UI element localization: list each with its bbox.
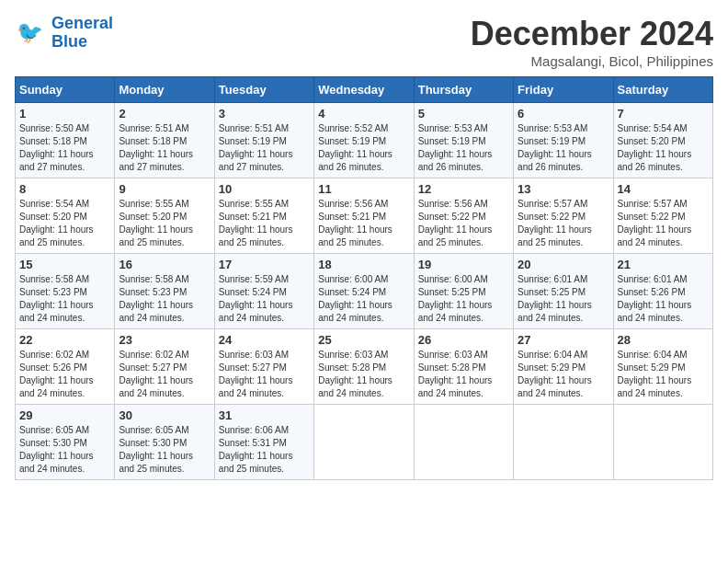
calendar-week-row: 8Sunrise: 5:54 AM Sunset: 5:20 PM Daylig… — [16, 178, 713, 254]
table-row — [613, 405, 712, 480]
table-row: 13Sunrise: 5:57 AM Sunset: 5:22 PM Dayli… — [514, 178, 613, 254]
table-row: 11Sunrise: 5:56 AM Sunset: 5:21 PM Dayli… — [314, 178, 414, 254]
day-number: 26 — [418, 333, 509, 347]
cell-content: Sunrise: 5:56 AM Sunset: 5:22 PM Dayligh… — [418, 198, 509, 249]
table-row: 30Sunrise: 6:05 AM Sunset: 5:30 PM Dayli… — [115, 405, 214, 480]
table-row: 24Sunrise: 6:03 AM Sunset: 5:27 PM Dayli… — [214, 329, 313, 405]
table-row: 19Sunrise: 6:00 AM Sunset: 5:25 PM Dayli… — [414, 254, 513, 329]
table-row: 26Sunrise: 6:03 AM Sunset: 5:28 PM Dayli… — [414, 329, 513, 405]
table-row: 7Sunrise: 5:54 AM Sunset: 5:20 PM Daylig… — [613, 103, 712, 178]
col-wednesday: Wednesday — [314, 77, 414, 103]
table-row: 22Sunrise: 6:02 AM Sunset: 5:26 PM Dayli… — [16, 329, 115, 405]
day-number: 24 — [219, 333, 310, 347]
col-saturday: Saturday — [613, 77, 712, 103]
month-title: December 2024 — [471, 15, 713, 53]
table-row: 18Sunrise: 6:00 AM Sunset: 5:24 PM Dayli… — [314, 254, 414, 329]
cell-content: Sunrise: 5:54 AM Sunset: 5:20 PM Dayligh… — [19, 198, 110, 249]
cell-content: Sunrise: 6:02 AM Sunset: 5:26 PM Dayligh… — [19, 349, 110, 400]
cell-content: Sunrise: 6:05 AM Sunset: 5:30 PM Dayligh… — [119, 424, 210, 476]
cell-content: Sunrise: 6:03 AM Sunset: 5:28 PM Dayligh… — [418, 349, 509, 400]
logo-line1: General — [51, 14, 113, 32]
day-number: 31 — [219, 408, 310, 422]
table-row: 2Sunrise: 5:51 AM Sunset: 5:18 PM Daylig… — [115, 103, 214, 178]
day-number: 14 — [618, 182, 709, 196]
cell-content: Sunrise: 6:05 AM Sunset: 5:30 PM Dayligh… — [19, 424, 110, 476]
col-monday: Monday — [115, 77, 214, 103]
cell-content: Sunrise: 5:54 AM Sunset: 5:20 PM Dayligh… — [618, 122, 709, 174]
day-number: 19 — [418, 258, 509, 271]
cell-content: Sunrise: 5:51 AM Sunset: 5:18 PM Dayligh… — [119, 122, 210, 174]
cell-content: Sunrise: 5:55 AM Sunset: 5:21 PM Dayligh… — [219, 198, 310, 249]
cell-content: Sunrise: 5:57 AM Sunset: 5:22 PM Dayligh… — [518, 198, 609, 249]
table-row: 28Sunrise: 6:04 AM Sunset: 5:29 PM Dayli… — [613, 329, 712, 405]
day-number: 6 — [518, 107, 609, 121]
calendar-week-row: 1Sunrise: 5:50 AM Sunset: 5:18 PM Daylig… — [16, 103, 713, 178]
calendar-week-row: 22Sunrise: 6:02 AM Sunset: 5:26 PM Dayli… — [16, 329, 713, 405]
cell-content: Sunrise: 6:02 AM Sunset: 5:27 PM Dayligh… — [119, 349, 210, 400]
cell-content: Sunrise: 6:01 AM Sunset: 5:25 PM Dayligh… — [518, 273, 609, 325]
calendar-table: Sunday Monday Tuesday Wednesday Thursday… — [15, 76, 713, 480]
cell-content: Sunrise: 5:53 AM Sunset: 5:19 PM Dayligh… — [418, 122, 509, 174]
logo-icon: 🐦 — [15, 17, 48, 50]
cell-content: Sunrise: 6:03 AM Sunset: 5:27 PM Dayligh… — [219, 349, 310, 400]
cell-content: Sunrise: 5:52 AM Sunset: 5:19 PM Dayligh… — [318, 122, 409, 174]
cell-content: Sunrise: 6:04 AM Sunset: 5:29 PM Dayligh… — [618, 349, 709, 400]
day-number: 15 — [19, 258, 110, 271]
day-number: 29 — [19, 408, 110, 422]
cell-content: Sunrise: 5:51 AM Sunset: 5:19 PM Dayligh… — [219, 122, 310, 174]
table-row: 10Sunrise: 5:55 AM Sunset: 5:21 PM Dayli… — [214, 178, 313, 254]
title-block: December 2024 Magsalangi, Bicol, Philipp… — [471, 15, 713, 69]
day-number: 5 — [418, 107, 509, 121]
day-number: 27 — [518, 333, 609, 347]
day-number: 23 — [119, 333, 210, 347]
col-tuesday: Tuesday — [214, 77, 313, 103]
table-row — [414, 405, 513, 480]
cell-content: Sunrise: 6:01 AM Sunset: 5:26 PM Dayligh… — [618, 273, 709, 325]
day-number: 17 — [219, 258, 310, 271]
day-number: 11 — [318, 182, 409, 196]
table-row: 17Sunrise: 5:59 AM Sunset: 5:24 PM Dayli… — [214, 254, 313, 329]
cell-content: Sunrise: 5:53 AM Sunset: 5:19 PM Dayligh… — [518, 122, 609, 174]
calendar-week-row: 15Sunrise: 5:58 AM Sunset: 5:23 PM Dayli… — [16, 254, 713, 329]
day-number: 12 — [418, 182, 509, 196]
logo-text: General Blue — [51, 15, 113, 52]
table-row: 16Sunrise: 5:58 AM Sunset: 5:23 PM Dayli… — [115, 254, 214, 329]
calendar-body: 1Sunrise: 5:50 AM Sunset: 5:18 PM Daylig… — [16, 103, 713, 480]
cell-content: Sunrise: 5:56 AM Sunset: 5:21 PM Dayligh… — [318, 198, 409, 249]
cell-content: Sunrise: 6:06 AM Sunset: 5:31 PM Dayligh… — [219, 424, 310, 476]
logo: 🐦 General Blue — [15, 15, 113, 52]
day-number: 1 — [19, 107, 110, 121]
day-number: 21 — [618, 258, 709, 271]
table-row: 1Sunrise: 5:50 AM Sunset: 5:18 PM Daylig… — [16, 103, 115, 178]
table-row: 6Sunrise: 5:53 AM Sunset: 5:19 PM Daylig… — [514, 103, 613, 178]
calendar-header-row: Sunday Monday Tuesday Wednesday Thursday… — [16, 77, 713, 103]
location-subtitle: Magsalangi, Bicol, Philippines — [471, 53, 713, 69]
table-row: 4Sunrise: 5:52 AM Sunset: 5:19 PM Daylig… — [314, 103, 414, 178]
table-row: 12Sunrise: 5:56 AM Sunset: 5:22 PM Dayli… — [414, 178, 513, 254]
day-number: 30 — [119, 408, 210, 422]
logo-line2: Blue — [51, 32, 87, 51]
table-row: 9Sunrise: 5:55 AM Sunset: 5:20 PM Daylig… — [115, 178, 214, 254]
table-row: 23Sunrise: 6:02 AM Sunset: 5:27 PM Dayli… — [115, 329, 214, 405]
day-number: 9 — [119, 182, 210, 196]
cell-content: Sunrise: 5:58 AM Sunset: 5:23 PM Dayligh… — [19, 273, 110, 325]
cell-content: Sunrise: 5:50 AM Sunset: 5:18 PM Dayligh… — [19, 122, 110, 174]
table-row: 8Sunrise: 5:54 AM Sunset: 5:20 PM Daylig… — [16, 178, 115, 254]
cell-content: Sunrise: 5:55 AM Sunset: 5:20 PM Dayligh… — [119, 198, 210, 249]
cell-content: Sunrise: 6:00 AM Sunset: 5:24 PM Dayligh… — [318, 273, 409, 325]
cell-content: Sunrise: 6:04 AM Sunset: 5:29 PM Dayligh… — [518, 349, 609, 400]
table-row: 31Sunrise: 6:06 AM Sunset: 5:31 PM Dayli… — [214, 405, 313, 480]
day-number: 28 — [618, 333, 709, 347]
table-row: 5Sunrise: 5:53 AM Sunset: 5:19 PM Daylig… — [414, 103, 513, 178]
svg-text:🐦: 🐦 — [17, 19, 44, 45]
col-sunday: Sunday — [16, 77, 115, 103]
day-number: 3 — [219, 107, 310, 121]
calendar-week-row: 29Sunrise: 6:05 AM Sunset: 5:30 PM Dayli… — [16, 405, 713, 480]
table-row: 20Sunrise: 6:01 AM Sunset: 5:25 PM Dayli… — [514, 254, 613, 329]
day-number: 25 — [318, 333, 409, 347]
cell-content: Sunrise: 5:59 AM Sunset: 5:24 PM Dayligh… — [219, 273, 310, 325]
table-row: 3Sunrise: 5:51 AM Sunset: 5:19 PM Daylig… — [214, 103, 313, 178]
day-number: 2 — [119, 107, 210, 121]
table-row — [314, 405, 414, 480]
day-number: 18 — [318, 258, 409, 271]
